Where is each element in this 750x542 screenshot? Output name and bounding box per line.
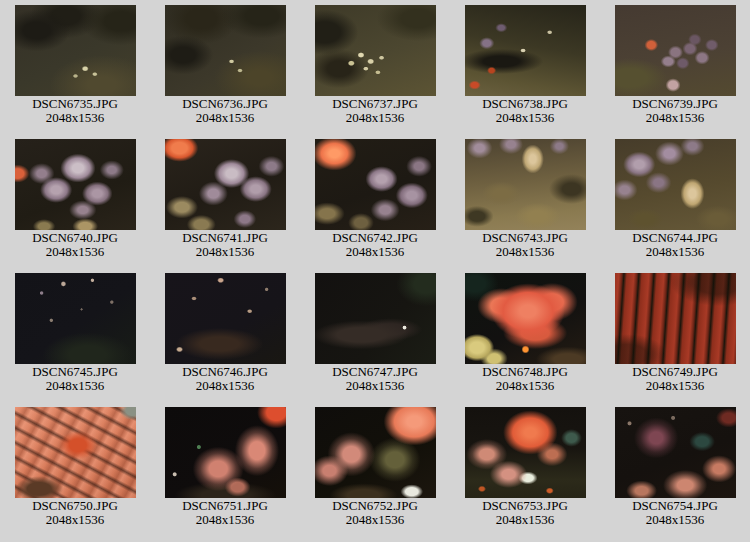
photo-filename: DSCN6743.JPG xyxy=(482,231,568,245)
photo-filename: DSCN6740.JPG xyxy=(32,231,118,245)
photo-filename: DSCN6742.JPG xyxy=(332,231,418,245)
thumbnail-dscn6739[interactable] xyxy=(615,5,736,96)
photo-filename: DSCN6749.JPG xyxy=(632,365,718,379)
photo-dimensions: 2048x1536 xyxy=(646,513,705,527)
thumbnail-cell: DSCN6746.JPG 2048x1536 xyxy=(150,273,300,407)
photo-filename: DSCN6753.JPG xyxy=(482,499,568,513)
thumbnail-dscn6749[interactable] xyxy=(615,273,736,364)
thumbnail-cell: DSCN6754.JPG 2048x1536 xyxy=(600,407,750,541)
photo-filename: DSCN6750.JPG xyxy=(32,499,118,513)
thumbnail-dscn6736[interactable] xyxy=(165,5,286,96)
thumbnail-cell: DSCN6753.JPG 2048x1536 xyxy=(450,407,600,541)
photo-filename: DSCN6745.JPG xyxy=(32,365,118,379)
thumbnail-dscn6753[interactable] xyxy=(465,407,586,498)
photo-dimensions: 2048x1536 xyxy=(196,245,255,259)
photo-dimensions: 2048x1536 xyxy=(496,111,555,125)
photo-filename: DSCN6736.JPG xyxy=(182,97,268,111)
thumbnail-cell: DSCN6739.JPG 2048x1536 xyxy=(600,5,750,139)
thumbnail-cell: DSCN6736.JPG 2048x1536 xyxy=(150,5,300,139)
thumbnail-cell: DSCN6750.JPG 2048x1536 xyxy=(0,407,150,541)
thumbnail-cell: DSCN6743.JPG 2048x1536 xyxy=(450,139,600,273)
thumbnail-cell: DSCN6747.JPG 2048x1536 xyxy=(300,273,450,407)
thumbnail-dscn6746[interactable] xyxy=(165,273,286,364)
photo-dimensions: 2048x1536 xyxy=(46,379,105,393)
thumbnail-cell: DSCN6744.JPG 2048x1536 xyxy=(600,139,750,273)
thumbnail-cell: DSCN6737.JPG 2048x1536 xyxy=(300,5,450,139)
thumbnail-cell: DSCN6735.JPG 2048x1536 xyxy=(0,5,150,139)
photo-dimensions: 2048x1536 xyxy=(346,513,405,527)
photo-dimensions: 2048x1536 xyxy=(346,245,405,259)
thumbnail-cell: DSCN6748.JPG 2048x1536 xyxy=(450,273,600,407)
photo-dimensions: 2048x1536 xyxy=(646,379,705,393)
photo-dimensions: 2048x1536 xyxy=(46,245,105,259)
thumbnail-dscn6735[interactable] xyxy=(15,5,136,96)
thumbnail-cell: DSCN6749.JPG 2048x1536 xyxy=(600,273,750,407)
thumbnail-cell: DSCN6738.JPG 2048x1536 xyxy=(450,5,600,139)
thumbnail-dscn6747[interactable] xyxy=(315,273,436,364)
photo-filename: DSCN6739.JPG xyxy=(632,97,718,111)
thumbnail-cell: DSCN6742.JPG 2048x1536 xyxy=(300,139,450,273)
photo-dimensions: 2048x1536 xyxy=(346,111,405,125)
photo-filename: DSCN6735.JPG xyxy=(32,97,118,111)
photo-filename: DSCN6744.JPG xyxy=(632,231,718,245)
photo-filename: DSCN6752.JPG xyxy=(332,499,418,513)
photo-dimensions: 2048x1536 xyxy=(646,111,705,125)
thumbnail-cell: DSCN6752.JPG 2048x1536 xyxy=(300,407,450,541)
photo-filename: DSCN6748.JPG xyxy=(482,365,568,379)
photo-dimensions: 2048x1536 xyxy=(346,379,405,393)
thumbnail-dscn6744[interactable] xyxy=(615,139,736,230)
thumbnail-dscn6742[interactable] xyxy=(315,139,436,230)
photo-filename: DSCN6738.JPG xyxy=(482,97,568,111)
photo-dimensions: 2048x1536 xyxy=(196,379,255,393)
thumbnail-dscn6752[interactable] xyxy=(315,407,436,498)
thumbnail-dscn6750[interactable] xyxy=(15,407,136,498)
photo-dimensions: 2048x1536 xyxy=(46,111,105,125)
thumbnail-dscn6748[interactable] xyxy=(465,273,586,364)
thumbnail-cell: DSCN6745.JPG 2048x1536 xyxy=(0,273,150,407)
thumbnail-cell: DSCN6741.JPG 2048x1536 xyxy=(150,139,300,273)
photo-filename: DSCN6746.JPG xyxy=(182,365,268,379)
thumbnail-grid: DSCN6735.JPG 2048x1536 DSCN6736.JPG 2048… xyxy=(0,0,750,541)
photo-filename: DSCN6741.JPG xyxy=(182,231,268,245)
thumbnail-dscn6754[interactable] xyxy=(615,407,736,498)
thumbnail-cell: DSCN6751.JPG 2048x1536 xyxy=(150,407,300,541)
photo-dimensions: 2048x1536 xyxy=(496,245,555,259)
photo-dimensions: 2048x1536 xyxy=(646,245,705,259)
thumbnail-dscn6745[interactable] xyxy=(15,273,136,364)
thumbnail-dscn6740[interactable] xyxy=(15,139,136,230)
thumbnail-dscn6741[interactable] xyxy=(165,139,286,230)
thumbnail-cell: DSCN6740.JPG 2048x1536 xyxy=(0,139,150,273)
photo-dimensions: 2048x1536 xyxy=(46,513,105,527)
thumbnail-dscn6738[interactable] xyxy=(465,5,586,96)
photo-dimensions: 2048x1536 xyxy=(196,111,255,125)
thumbnail-dscn6737[interactable] xyxy=(315,5,436,96)
photo-filename: DSCN6747.JPG xyxy=(332,365,418,379)
thumbnail-dscn6751[interactable] xyxy=(165,407,286,498)
photo-dimensions: 2048x1536 xyxy=(496,379,555,393)
photo-filename: DSCN6754.JPG xyxy=(632,499,718,513)
photo-filename: DSCN6737.JPG xyxy=(332,97,418,111)
photo-dimensions: 2048x1536 xyxy=(496,513,555,527)
photo-dimensions: 2048x1536 xyxy=(196,513,255,527)
photo-filename: DSCN6751.JPG xyxy=(182,499,268,513)
thumbnail-dscn6743[interactable] xyxy=(465,139,586,230)
